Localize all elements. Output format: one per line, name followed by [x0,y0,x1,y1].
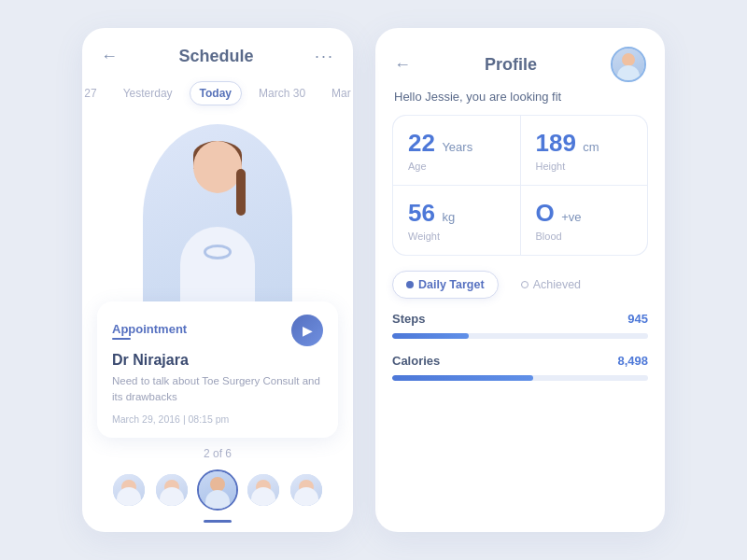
calories-label: Calories [392,354,440,368]
avatar-5[interactable] [289,472,324,508]
calories-bar-fill [392,375,533,381]
schedule-back-arrow[interactable]: ← [101,47,118,66]
appointment-header: Appointment ▶ [112,315,323,346]
appointment-card: Appointment ▶ Dr Nirajara Need to talk a… [97,301,338,438]
doctor-body [180,227,255,311]
stat-age: 22 Years Age [393,116,520,185]
avatar-3-active[interactable] [197,469,238,511]
steps-bar-bg [392,333,648,339]
tab-achieved[interactable]: Achieved [508,271,594,299]
tab-daily-target[interactable]: Daily Target [392,271,499,299]
pagination-text: 2 of 6 [204,447,232,460]
daily-target-label: Daily Target [418,278,485,291]
appointment-datetime: March 29, 2016 | 08:15 pm [112,413,323,425]
stat-age-unit: Years [442,140,472,154]
appointment-label: Appointment [112,322,187,340]
schedule-header: ← Schedule ··· [82,28,353,76]
doctor-figure [143,124,292,311]
steps-metric: Steps 945 [392,312,648,339]
achieved-label: Achieved [533,278,581,291]
stat-blood-value: O [536,199,555,227]
avatar-4[interactable] [246,472,281,508]
calories-bar-bg [392,375,648,381]
stat-height-value: 189 [536,129,576,157]
stat-height-unit: cm [583,140,599,154]
profile-card: ← Profile Hello Jessie, you are looking … [375,28,665,532]
appointment-doctor-name: Dr Nirajara [112,352,323,369]
profile-back-arrow[interactable]: ← [394,55,411,75]
profile-title: Profile [411,55,611,75]
achieved-dot [521,281,529,288]
steps-label: Steps [392,312,425,326]
stat-weight-unit: kg [442,210,455,224]
stat-weight-label: Weight [408,231,505,242]
schedule-more-button[interactable]: ··· [315,47,334,66]
greeting-text: Hello Jessie, you are looking fit [375,90,665,115]
date-tab-mar30[interactable]: March 30 [249,82,315,105]
doctor-braid [236,169,246,216]
schedule-card: ← Schedule ··· 27 Yesterday Today March … [82,28,353,532]
avatar-row [111,469,324,511]
video-icon: ▶ [303,323,313,338]
date-tab-yesterday[interactable]: Yesterday [114,82,182,105]
bottom-progress-indicator [204,520,232,523]
avatar-1[interactable] [111,472,147,508]
date-tab-today[interactable]: Today [190,81,242,105]
steps-value: 945 [627,312,648,326]
doctor-avatar-large [143,124,292,311]
stat-weight-value: 56 [408,199,435,227]
steps-bar-fill [392,333,469,339]
doctor-stethoscope [204,245,232,259]
target-tabs: Daily Target Achieved [375,271,665,312]
calories-metric: Calories 8,498 [392,354,648,381]
doctor-head [193,141,242,193]
stat-age-label: Age [408,161,505,172]
stats-grid: 22 Years Age 189 cm Height 56 kg Weight [392,115,648,256]
stat-blood-unit: +ve [561,210,581,224]
date-tabs: 27 Yesterday Today March 30 Mar [82,76,353,115]
calories-header: Calories 8,498 [392,354,648,368]
doctor-image-area [82,115,353,311]
stat-height-label: Height [536,161,633,172]
calories-value: 8,498 [617,354,648,368]
appointment-description: Need to talk about Toe Surgery Consult a… [112,373,323,406]
stat-weight: 56 kg Weight [393,186,520,255]
date-tab-mar[interactable]: Mar [322,82,353,105]
appointment-video-button[interactable]: ▶ [291,315,323,346]
stat-blood: O +ve Blood [521,186,648,255]
date-tab-27[interactable]: 27 [82,82,106,105]
stat-blood-label: Blood [536,231,633,242]
daily-target-dot [406,281,414,288]
metrics-section: Steps 945 Calories 8,498 [375,312,665,532]
stat-age-value: 22 [408,129,435,157]
avatar-2[interactable] [154,472,190,508]
schedule-footer: 2 of 6 [82,438,353,530]
stat-height: 189 cm Height [521,116,648,185]
profile-header: ← Profile [375,28,665,90]
steps-header: Steps 945 [392,312,648,326]
profile-avatar[interactable] [611,47,646,82]
schedule-title: Schedule [118,47,315,66]
